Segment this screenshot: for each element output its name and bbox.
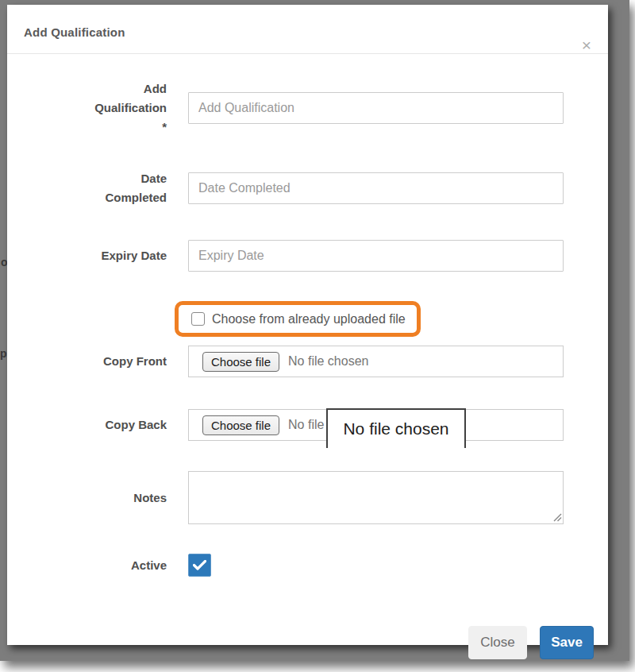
save-button[interactable]: Save bbox=[540, 626, 594, 659]
add-qualification-modal: Add Qualification × Add Qualification * … bbox=[7, 5, 608, 645]
modal-title: Add Qualification bbox=[24, 25, 125, 39]
active-checkbox[interactable] bbox=[188, 554, 211, 577]
copy-front-label: Copy Front bbox=[7, 352, 167, 371]
uploaded-file-checkbox-label[interactable]: Choose from already uploaded file bbox=[212, 312, 406, 326]
add-qualification-input[interactable] bbox=[188, 92, 564, 124]
expiry-date-input[interactable] bbox=[188, 240, 564, 272]
form-row-date-completed: Date Completed bbox=[7, 169, 608, 207]
notes-label: Notes bbox=[7, 489, 167, 508]
notes-textarea[interactable] bbox=[188, 471, 564, 524]
background-text-fragment: p bbox=[0, 347, 7, 360]
copy-front-choose-file-button[interactable]: Choose file bbox=[202, 352, 279, 372]
modal-body: Add Qualification * Date Completed Expir… bbox=[7, 54, 608, 577]
uploaded-file-checkbox[interactable] bbox=[191, 312, 205, 326]
close-button[interactable]: Close bbox=[468, 626, 527, 659]
date-completed-input[interactable] bbox=[188, 172, 564, 204]
form-row-active: Active bbox=[7, 554, 608, 577]
form-row-add-qualification: Add Qualification * bbox=[7, 79, 608, 137]
form-row-expiry-date: Expiry Date bbox=[7, 240, 608, 272]
copy-front-file-status: No file chosen bbox=[288, 354, 368, 369]
date-completed-label: Date Completed bbox=[7, 169, 167, 207]
no-file-chosen-tooltip-text: No file chosen bbox=[343, 419, 448, 438]
form-row-copy-back: Copy Back Choose file No file chosen bbox=[7, 409, 608, 441]
no-file-chosen-tooltip: No file chosen bbox=[326, 408, 466, 448]
active-label: Active bbox=[7, 556, 167, 575]
copy-front-file-input[interactable]: Choose file No file chosen bbox=[188, 346, 564, 377]
close-icon[interactable]: × bbox=[578, 37, 595, 54]
orange-highlight-box: Choose from already uploaded file bbox=[175, 301, 421, 337]
expiry-date-label: Expiry Date bbox=[7, 246, 167, 265]
form-row-upload-toggle: Choose from already uploaded file bbox=[7, 301, 608, 337]
modal-header: Add Qualification × bbox=[7, 5, 608, 54]
copy-back-label: Copy Back bbox=[7, 415, 167, 434]
form-row-copy-front: Copy Front Choose file No file chosen bbox=[7, 346, 608, 377]
checkmark-icon bbox=[193, 560, 206, 570]
add-qualification-label: Add Qualification * bbox=[7, 79, 167, 137]
modal-footer: Close Save bbox=[7, 626, 608, 672]
form-row-notes: Notes bbox=[7, 471, 608, 524]
copy-back-choose-file-button[interactable]: Choose file bbox=[202, 415, 279, 435]
